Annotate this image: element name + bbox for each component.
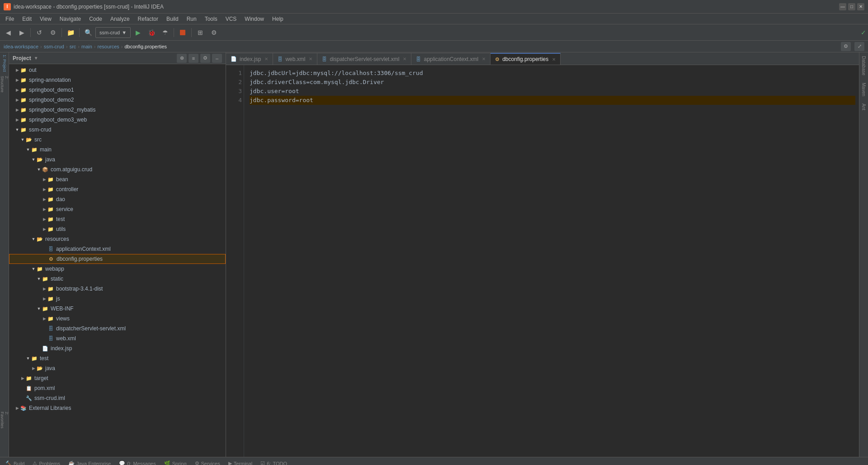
tree-item-test-outer[interactable]: ▼ 📁 test [9,353,226,363]
tree-item-webinf[interactable]: ▼ 📁 WEB-INF [9,304,226,314]
tab-dispatcher[interactable]: 🗄 dispatcherServlet-servlet.xml ✕ [317,53,411,65]
settings-gear[interactable]: ⚙ [208,26,220,39]
tree-arrow-package[interactable]: ▼ [36,167,42,172]
breadcrumb-expand[interactable]: ⤢ [854,42,864,51]
tree-item-springboot-demo1[interactable]: ▶ 📁 springboot_demo1 [9,85,226,95]
tab-indexjsp[interactable]: 📄 index.jsp ✕ [226,53,273,65]
tab-close-webxml[interactable]: ✕ [309,56,312,61]
tree-item-bean[interactable]: ▶ 📁 bean [9,174,226,184]
tree-arrow-js[interactable]: ▶ [42,296,47,301]
menu-window[interactable]: Window [241,15,268,23]
tree-item-pom[interactable]: 📋 pom.xml [9,383,226,393]
tree-arrow-ssm-crud[interactable]: ▼ [14,127,20,132]
tree-arrow-controller[interactable]: ▶ [42,187,47,192]
menu-refactor[interactable]: Refactor [134,15,162,23]
project-structure[interactable]: ⊞ [194,26,207,39]
editor-content[interactable]: 1 2 3 4 jdbc.jdbcUrl=jdbc:mysql://localh… [226,65,859,457]
stop-button[interactable] [176,26,189,39]
menu-edit[interactable]: Edit [19,15,35,23]
menu-vcs[interactable]: VCS [222,15,241,23]
tab-dbconfig[interactable]: ⚙ dbconfig.properties ✕ [491,53,561,65]
tree-item-target[interactable]: ▶ 📁 target [9,373,226,383]
tree-item-iml[interactable]: 🔧 ssm-crud.iml [9,393,226,403]
tree-arrow-main[interactable]: ▼ [25,147,31,152]
tree-item-test-inner[interactable]: ▶ 📁 test [9,214,226,224]
tree-item-springboot-demo3-web[interactable]: ▶ 📁 springboot_demo3_web [9,115,226,125]
tree-item-out[interactable]: ▶ 📁 out [9,65,226,75]
tree-arrow-java-test[interactable]: ▶ [31,366,36,371]
tree-item-spring-annotation[interactable]: ▶ 📁 spring-annotation [9,75,226,85]
tree-arrow-service[interactable]: ▶ [42,207,47,212]
right-tab-database[interactable]: Database [860,52,867,79]
tree-arrow-bean[interactable]: ▶ [42,177,47,182]
tab-close-indexjsp[interactable]: ✕ [264,56,268,61]
tree-arrow-src[interactable]: ▼ [20,137,25,142]
menu-build[interactable]: Build [163,15,182,23]
tree-item-dbconfig[interactable]: ⚙ dbconfig.properties [9,254,226,264]
tree-item-springboot-demo2-mybatis[interactable]: ▶ 📁 springboot_demo2_mybatis [9,105,226,115]
tree-arrow-utils[interactable]: ▶ [42,226,47,232]
tree-item-dispatcher-xml[interactable]: 🗄 dispatcherServlet-servlet.xml [9,324,226,333]
tree-item-bootstrap[interactable]: ▶ 📁 bootstrap-3.4.1-dist [9,284,226,294]
tree-arrow-resources[interactable]: ▼ [31,236,36,242]
bottom-tab-services[interactable]: ⚙ Services [191,458,224,465]
bc-idea-workspace[interactable]: idea-workspace [4,44,38,49]
tree-arrow-webinf[interactable]: ▼ [36,306,42,311]
tree-item-webapp[interactable]: ▼ 📁 webapp [9,264,226,274]
tab-appcontext[interactable]: 🗄 applicationContext.xml ✕ [411,53,491,65]
tree-item-java[interactable]: ▼ 📂 java [9,155,226,164]
tree-item-src[interactable]: ▼ 📂 src [9,135,226,145]
tree-item-indexjsp[interactable]: 📄 index.jsp [9,343,226,353]
tree-item-static[interactable]: ▼ 📁 static [9,274,226,284]
breadcrumb-settings[interactable]: ⚙ [841,42,851,51]
tree-item-js[interactable]: ▶ 📁 js [9,294,226,304]
bottom-tab-messages[interactable]: 💬 0: Messages [115,458,159,465]
maximize-button[interactable]: □ [848,3,855,10]
menu-analyze[interactable]: Analyze [107,15,133,23]
bc-resources[interactable]: resources [97,44,119,49]
tree-item-main[interactable]: ▼ 📁 main [9,145,226,155]
menu-file[interactable]: File [2,15,18,23]
settings-button[interactable]: ⚙ [47,26,59,39]
tab-close-appcontext[interactable]: ✕ [482,56,486,61]
tree-arrow-spring-annotation[interactable]: ▶ [14,77,20,83]
sidebar-project-tab[interactable]: 1: Project [1,54,8,72]
tree-arrow-static[interactable]: ▼ [36,276,42,282]
tree-arrow-out[interactable]: ▶ [14,67,20,73]
menu-run[interactable]: Run [183,15,200,23]
tree-item-ext-libs[interactable]: ▶ 📚 External Libraries [9,403,226,413]
tree-arrow-views[interactable]: ▶ [42,316,47,321]
tree-item-dao[interactable]: ▶ 📁 dao [9,194,226,204]
project-collapse-btn[interactable]: – [212,54,222,63]
tree-arrow-bootstrap[interactable]: ▶ [42,286,47,291]
project-options-btn[interactable]: ≡ [189,54,198,63]
tree-arrow-springboot-demo2[interactable]: ▶ [14,97,20,103]
tree-item-resources[interactable]: ▼ 📂 resources [9,234,226,244]
bc-ssm-crud[interactable]: ssm-crud [44,44,64,49]
tree-item-webxml[interactable]: 🗄 web.xml [9,333,226,343]
tree-arrow-springboot-demo1[interactable]: ▶ [14,87,20,93]
tree-arrow-dao[interactable]: ▶ [42,197,47,202]
tree-item-java-test[interactable]: ▶ 📂 java [9,363,226,373]
sidebar-structure-tab[interactable]: 2: Structure [1,76,8,94]
run-button[interactable]: ▶ [132,26,144,39]
menu-navigate[interactable]: Navigate [56,15,85,23]
debug-button[interactable]: 🐞 [145,26,158,39]
project-settings-btn[interactable]: ⚙ [200,54,210,63]
run-config-dropdown[interactable]: ssm-crud ▼ [95,27,131,38]
open-project[interactable]: 📁 [64,26,77,39]
tree-arrow-test-outer[interactable]: ▼ [25,356,31,361]
back-button[interactable]: ◀ [2,26,14,39]
minimize-button[interactable]: — [839,3,846,10]
bottom-tab-java-enterprise[interactable]: ☕ Java Enterprise [65,458,114,465]
bc-main[interactable]: main [81,44,92,49]
menu-tools[interactable]: Tools [201,15,221,23]
tree-arrow-java[interactable]: ▼ [31,157,36,162]
bottom-tab-build[interactable]: 🔨 Build [2,458,28,465]
tree-item-appcontext[interactable]: 🗄 applicationContext.xml [9,244,226,254]
tree-item-ssm-crud[interactable]: ▼ 📁 ssm-crud [9,125,226,135]
tree-item-controller[interactable]: ▶ 📁 controller [9,184,226,194]
menu-help[interactable]: Help [269,15,287,23]
sync-button[interactable]: ↺ [33,26,46,39]
tree-arrow-webapp[interactable]: ▼ [31,266,36,272]
